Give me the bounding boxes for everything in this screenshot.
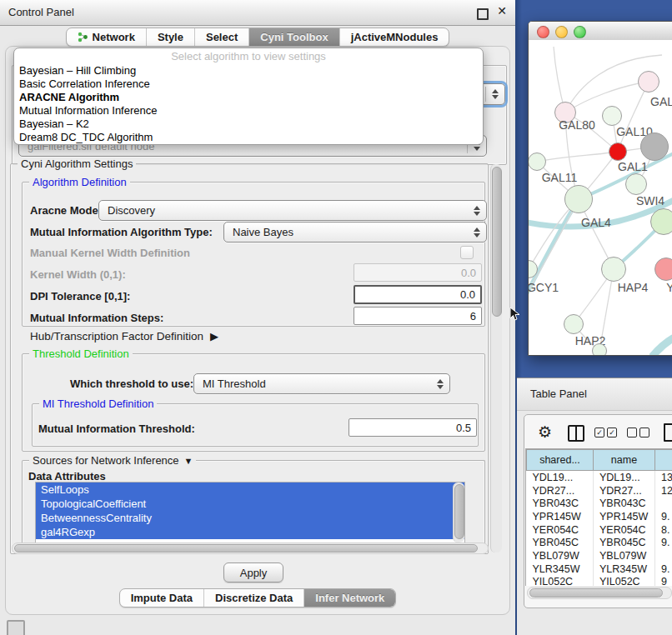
tab-select[interactable]: Select bbox=[194, 28, 248, 46]
table-cell: YBL079W bbox=[594, 549, 655, 562]
network-window-titlebar[interactable] bbox=[529, 22, 672, 41]
table-row[interactable]: YDL19...YDL19...13 bbox=[527, 471, 672, 484]
attribute-item[interactable]: BetweennessCentrality bbox=[36, 511, 464, 525]
kernel-width-field[interactable]: 0.0 bbox=[354, 263, 482, 282]
mi-steps-field[interactable]: 6 bbox=[354, 307, 482, 325]
gear-icon[interactable]: ⚙ bbox=[538, 424, 552, 440]
network-canvas[interactable]: GAL80GAL10GAL11SWI4GAL4GCY1HAP4YHAP2GALG… bbox=[529, 40, 672, 355]
control-panel-tabbar: NetworkStyleSelectCyni ToolboxjActiveMNo… bbox=[0, 28, 515, 47]
mi-type-label: Mutual Information Algorithm Type: bbox=[30, 226, 213, 238]
attribute-item[interactable]: SelfLoops bbox=[36, 482, 464, 497]
tab-network[interactable]: Network bbox=[67, 28, 146, 46]
table-row[interactable]: YDR27...YDR27...12 bbox=[527, 484, 672, 498]
node-hap4[interactable] bbox=[601, 257, 626, 282]
algorithm-option[interactable]: Bayesian – Hill Climbing bbox=[14, 64, 483, 78]
close-traffic-light-icon[interactable] bbox=[537, 26, 549, 38]
aracne-mode-combobox[interactable]: Discovery bbox=[98, 200, 487, 221]
dpi-tolerance-field[interactable]: 0.0 bbox=[354, 285, 482, 304]
algorithm-option[interactable]: ARACNE Algorithm bbox=[14, 91, 483, 104]
tab-style[interactable]: Style bbox=[146, 28, 194, 46]
settings-h-scrollbar[interactable] bbox=[12, 542, 489, 554]
node-label: SWI4 bbox=[636, 194, 664, 208]
table-cell: YBR043C bbox=[594, 497, 655, 510]
table-row[interactable]: YBR045CYBR045C9. bbox=[527, 536, 672, 549]
table-cell: YDL19... bbox=[527, 471, 594, 484]
node[interactable] bbox=[638, 71, 659, 92]
dropdown-placeholder: Select algorithm to view settings bbox=[14, 48, 483, 64]
table-cell: YLR345W bbox=[594, 562, 655, 576]
import-table-icon[interactable] bbox=[664, 423, 672, 442]
minimize-traffic-light-icon[interactable] bbox=[555, 26, 568, 38]
node-label: Y bbox=[666, 281, 672, 294]
table-cell: YIL052C bbox=[527, 576, 594, 587]
bottom-tabbar: Impute DataDiscretize DataInfer Network bbox=[0, 588, 515, 608]
table-cell: YBR043C bbox=[527, 497, 594, 510]
node-table[interactable]: shared...nameA YDL19...YDL19...13YDR27..… bbox=[525, 448, 672, 586]
table-cell: YLR345W bbox=[527, 562, 594, 576]
algorithm-option[interactable]: Mutual Information Inference bbox=[14, 104, 483, 118]
algorithm-option[interactable]: Dream8 DC_TDC Algorithm bbox=[14, 131, 483, 144]
algorithm-option[interactable]: Bayesian – K2 bbox=[14, 118, 483, 131]
column-header[interactable]: name bbox=[594, 450, 655, 471]
table-cell: 9. bbox=[655, 562, 672, 576]
aracne-mode-label: Aracne Mode: bbox=[30, 204, 102, 217]
table-panel-title: Table Panel bbox=[530, 388, 587, 400]
tab-cyni-toolbox[interactable]: Cyni Toolbox bbox=[248, 28, 339, 46]
node-gal4[interactable] bbox=[564, 185, 593, 213]
table-cell bbox=[655, 497, 672, 510]
table-row[interactable]: YBR043CYBR043C bbox=[527, 497, 672, 510]
manual-kernel-checkbox[interactable] bbox=[460, 246, 474, 259]
node[interactable] bbox=[592, 343, 607, 356]
close-icon[interactable]: ✕ bbox=[497, 4, 507, 18]
table-h-scrollbar[interactable] bbox=[527, 587, 672, 599]
table-row[interactable]: YPR145WYPR145W9. bbox=[527, 510, 672, 523]
hub-definition-expander[interactable]: Hub/Transcription Factor Definition ▶ bbox=[30, 330, 218, 342]
node-label: GAL bbox=[650, 95, 672, 108]
table-row[interactable]: YER054CYER054C8. bbox=[527, 523, 672, 537]
settings-group-title: Cyni Algorithm Settings bbox=[18, 158, 136, 170]
node-label: GCY1 bbox=[528, 281, 559, 294]
table-cell: YBR045C bbox=[527, 536, 594, 549]
table-cell: YDR27... bbox=[594, 484, 655, 498]
node-hap2[interactable] bbox=[564, 314, 584, 334]
manual-kernel-label: Manual Kernel Width Definition bbox=[30, 247, 190, 259]
node[interactable] bbox=[650, 208, 672, 235]
mi-steps-label: Mutual Information Steps: bbox=[30, 312, 163, 324]
zoom-traffic-light-icon[interactable] bbox=[574, 26, 586, 38]
attributes-scrollbar[interactable] bbox=[453, 482, 464, 542]
tab-impute-data[interactable]: Impute Data bbox=[120, 589, 203, 607]
algorithm-option[interactable]: Basic Correlation Inference bbox=[14, 78, 483, 91]
table-row[interactable]: YBL079WYBL079W bbox=[527, 549, 672, 562]
tab-infer-network[interactable]: Infer Network bbox=[303, 589, 395, 607]
table-row[interactable]: YIL052CYIL052C9 bbox=[527, 576, 672, 587]
collapse-down-icon[interactable]: ▼ bbox=[184, 456, 193, 466]
attribute-item[interactable]: gal4RGexp bbox=[36, 525, 464, 539]
settings-scrollbar[interactable] bbox=[490, 164, 502, 552]
select-all-checkboxes-icon[interactable]: ✓✓ bbox=[594, 428, 617, 438]
node-gal11[interactable] bbox=[528, 152, 546, 171]
node[interactable] bbox=[609, 142, 627, 161]
column-header[interactable]: shared... bbox=[527, 450, 594, 471]
table-cell: 13 bbox=[655, 471, 672, 484]
table-cell: YBR045C bbox=[594, 536, 655, 549]
node[interactable] bbox=[640, 132, 669, 161]
mi-threshold-field[interactable]: 0.5 bbox=[349, 418, 477, 437]
deselect-all-checkboxes-icon[interactable] bbox=[627, 428, 649, 438]
which-threshold-combobox[interactable]: MI Threshold bbox=[193, 373, 450, 394]
node-swi4[interactable] bbox=[625, 173, 647, 195]
mi-type-combobox[interactable]: Naive Bayes bbox=[223, 222, 487, 242]
node-gal10[interactable] bbox=[602, 106, 622, 126]
table-row[interactable]: YLR345WYLR345W9. bbox=[527, 562, 672, 576]
node-y[interactable] bbox=[654, 258, 672, 281]
column-header[interactable]: A bbox=[655, 450, 672, 471]
tab-discretize-data[interactable]: Discretize Data bbox=[203, 589, 303, 607]
collapsed-panel-handle[interactable] bbox=[7, 620, 25, 635]
float-window-icon[interactable] bbox=[477, 8, 489, 20]
network-icon bbox=[78, 32, 88, 42]
network-view-window[interactable]: GAL80GAL10GAL11SWI4GAL4GCY1HAP4YHAP2GALG… bbox=[528, 21, 672, 356]
columns-icon[interactable] bbox=[568, 425, 584, 442]
tab-jactivemnodules[interactable]: jActiveMNodules bbox=[339, 28, 449, 46]
apply-button[interactable]: Apply bbox=[223, 562, 283, 582]
attribute-item[interactable]: TopologicalCoefficient bbox=[36, 497, 464, 511]
data-attributes-list[interactable]: SelfLoopsTopologicalCoefficientBetweenne… bbox=[35, 482, 465, 543]
